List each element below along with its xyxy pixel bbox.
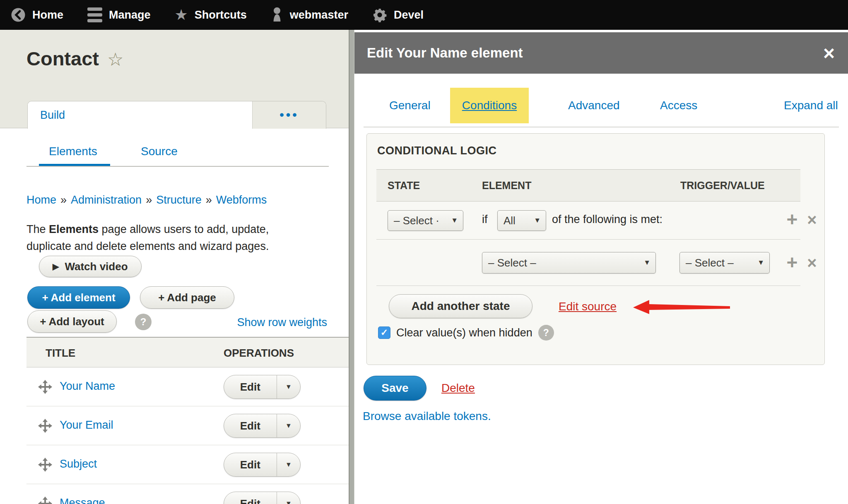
dialog-tabs: General Conditions Advanced Access Expan… bbox=[354, 88, 848, 123]
breadcrumb-separator: » bbox=[146, 194, 152, 206]
add-element-button[interactable]: + Add element bbox=[27, 286, 130, 309]
tab-access[interactable]: Access bbox=[660, 99, 697, 112]
state-select[interactable]: – Select · ▼ bbox=[388, 210, 463, 231]
dialog-header[interactable]: Edit Your Name element × bbox=[354, 32, 848, 74]
edit-split-button[interactable]: Edit ▼ bbox=[224, 375, 301, 399]
plus-icon: + bbox=[40, 315, 46, 328]
tab-conditions[interactable]: Conditions bbox=[462, 99, 517, 112]
logic-select[interactable]: All ▼ bbox=[497, 210, 546, 231]
fieldset-legend: CONDITIONAL LOGIC bbox=[377, 144, 497, 157]
delete-link[interactable]: Delete bbox=[441, 382, 475, 395]
breadcrumb-link-administration[interactable]: Administration bbox=[71, 194, 142, 206]
remove-condition-icon[interactable]: × bbox=[804, 211, 820, 228]
play-icon: ▶ bbox=[53, 262, 59, 271]
drag-handle-icon[interactable] bbox=[38, 380, 52, 396]
expand-all-link[interactable]: Expand all bbox=[784, 99, 838, 112]
edit-split-button[interactable]: Edit ▼ bbox=[224, 453, 301, 477]
chevron-down-icon: ▼ bbox=[757, 259, 764, 267]
toolbar-item-user[interactable]: webmaster bbox=[271, 7, 348, 23]
chevron-down-icon[interactable]: ▼ bbox=[277, 453, 300, 476]
toolbar-item-home[interactable]: Home bbox=[11, 7, 63, 22]
element-link[interactable]: Subject bbox=[60, 458, 97, 470]
add-page-button[interactable]: + Add page bbox=[140, 286, 234, 309]
toolbar-item-manage[interactable]: Manage bbox=[87, 7, 151, 22]
watch-video-button[interactable]: ▶ Watch video bbox=[39, 256, 142, 277]
save-button[interactable]: Save bbox=[364, 376, 426, 401]
add-layout-button[interactable]: + Add layout bbox=[27, 310, 117, 333]
conditions-highlight[interactable]: Conditions bbox=[450, 88, 529, 123]
help-icon[interactable]: ? bbox=[135, 314, 152, 330]
add-condition-icon[interactable]: + bbox=[783, 253, 801, 272]
toolbar-item-shortcuts[interactable]: ★ Shortcuts bbox=[175, 7, 247, 22]
favorite-star-icon[interactable]: ☆ bbox=[107, 49, 123, 70]
breadcrumb-separator: » bbox=[206, 194, 212, 206]
edit-source-link[interactable]: Edit source bbox=[559, 300, 617, 313]
chevron-down-icon[interactable]: ▼ bbox=[277, 375, 300, 398]
toolbar-item-devel[interactable]: Devel bbox=[372, 7, 424, 22]
table-row: Your Name Edit ▼ bbox=[26, 367, 349, 406]
tabs-baseline bbox=[26, 166, 329, 167]
clear-values-row: ✓ Clear value(s) when hidden ? bbox=[378, 325, 554, 341]
tab-source[interactable]: Source bbox=[141, 145, 178, 158]
left-panel: Contact ☆ Build ••• Elements Source Home… bbox=[0, 30, 349, 504]
element-select[interactable]: – Select – ▼ bbox=[482, 252, 656, 274]
secondary-tabs: Elements Source bbox=[0, 145, 349, 168]
drag-handle-icon[interactable] bbox=[38, 419, 52, 434]
chevron-down-icon[interactable]: ▼ bbox=[277, 414, 300, 437]
table-row: Your Email Edit ▼ bbox=[26, 406, 349, 445]
elements-table-header: TITLE OPERATIONS bbox=[26, 337, 349, 367]
gear-icon bbox=[372, 7, 387, 22]
tab-build[interactable]: Build bbox=[28, 101, 252, 129]
panel-divider[interactable] bbox=[349, 30, 354, 504]
breadcrumb: Home»Administration»Structure»Webforms bbox=[26, 194, 267, 206]
star-icon: ★ bbox=[175, 7, 188, 22]
show-row-weights-link[interactable]: Show row weights bbox=[237, 316, 327, 329]
elements-table: TITLE OPERATIONS Your Name Edit ▼ Your E… bbox=[26, 337, 349, 504]
browse-tokens-link[interactable]: Browse available tokens. bbox=[363, 410, 491, 423]
tab-general[interactable]: General bbox=[389, 99, 431, 112]
if-label: if bbox=[482, 213, 488, 226]
drag-handle-icon[interactable] bbox=[38, 458, 52, 473]
clear-values-checkbox[interactable]: ✓ bbox=[378, 326, 390, 339]
drag-handle-icon[interactable] bbox=[38, 497, 52, 504]
more-tabs-button[interactable]: ••• bbox=[252, 101, 326, 129]
toolbar-label: Devel bbox=[394, 9, 424, 22]
chevron-down-icon: ▼ bbox=[643, 259, 650, 267]
element-link[interactable]: Message bbox=[60, 497, 105, 504]
page-title: Contact ☆ bbox=[26, 47, 123, 70]
user-icon bbox=[271, 7, 283, 23]
tab-advanced[interactable]: Advanced bbox=[568, 99, 620, 112]
remove-condition-icon[interactable]: × bbox=[804, 254, 820, 271]
breadcrumb-separator: » bbox=[60, 194, 67, 206]
trigger-select[interactable]: – Select – ▼ bbox=[679, 252, 770, 274]
back-icon bbox=[11, 7, 26, 22]
breadcrumb-link-webforms[interactable]: Webforms bbox=[216, 194, 267, 206]
conditional-logic-fieldset: CONDITIONAL LOGIC STATE ELEMENT TRIGGER/… bbox=[366, 133, 825, 365]
help-icon[interactable]: ? bbox=[538, 325, 554, 341]
breadcrumb-link-structure[interactable]: Structure bbox=[156, 194, 202, 206]
met-label: of the following is met: bbox=[552, 213, 662, 226]
plus-icon: + bbox=[158, 291, 164, 304]
admin-toolbar: Home Manage ★ Shortcuts webmaster Devel bbox=[0, 0, 848, 30]
table-row: Message Edit ▼ bbox=[26, 484, 349, 504]
conditions-table: STATE ELEMENT TRIGGER/VALUE – Select · ▼… bbox=[376, 169, 800, 286]
conditions-table-header: STATE ELEMENT TRIGGER/VALUE bbox=[376, 169, 800, 202]
tab-elements[interactable]: Elements bbox=[49, 145, 97, 158]
breadcrumb-link-home[interactable]: Home bbox=[26, 194, 56, 206]
chevron-down-icon[interactable]: ▼ bbox=[277, 492, 300, 504]
element-link[interactable]: Your Email bbox=[60, 419, 113, 432]
annotation-arrow bbox=[632, 298, 731, 318]
edit-split-button[interactable]: Edit ▼ bbox=[224, 414, 301, 438]
close-icon[interactable]: × bbox=[820, 32, 838, 74]
dialog-title: Edit Your Name element bbox=[367, 45, 523, 61]
chevron-down-icon: ▼ bbox=[451, 216, 458, 225]
page-header: Contact ☆ Build ••• bbox=[0, 30, 349, 128]
menu-icon bbox=[87, 7, 102, 22]
clear-values-label: Clear value(s) when hidden bbox=[396, 326, 532, 339]
edit-element-dialog: Edit Your Name element × General Conditi… bbox=[354, 30, 848, 504]
add-condition-icon[interactable]: + bbox=[783, 210, 801, 229]
edit-split-button[interactable]: Edit ▼ bbox=[224, 492, 301, 504]
toolbar-label: Shortcuts bbox=[195, 9, 247, 22]
add-another-state-button[interactable]: Add another state bbox=[389, 294, 532, 318]
element-link[interactable]: Your Name bbox=[60, 380, 115, 393]
